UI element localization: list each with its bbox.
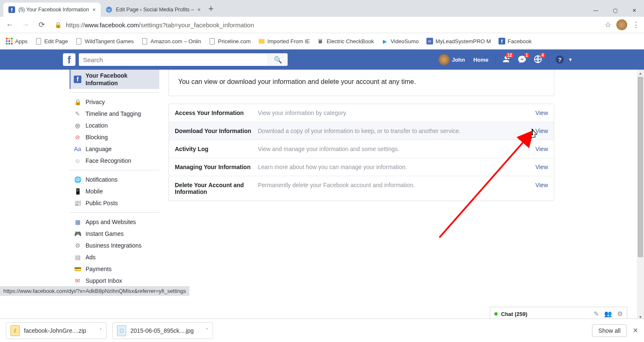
- fb-favicon: f: [8, 6, 15, 13]
- fb-search-box: 🔍: [79, 53, 288, 66]
- sidebar-item-label: Timeline and Tagging: [86, 110, 141, 117]
- info-row-managing-your-information[interactable]: Managing Your InformationLearn more abou…: [169, 158, 554, 176]
- tab-close-icon[interactable]: ×: [197, 6, 201, 13]
- chevron-up-icon[interactable]: ˄: [206, 328, 208, 334]
- status-bar-url: https://www.facebook.com/dyi/?x=AdkB8pNz…: [0, 286, 190, 296]
- window-controls: ― ▢ ✕: [586, 4, 644, 17]
- info-row-delete-your-account-and-information[interactable]: Delete Your Account and InformationPerma…: [169, 176, 554, 201]
- info-row-view-link[interactable]: View: [535, 146, 548, 152]
- sidebar-item-label: Payments: [86, 266, 112, 272]
- doc-icon: [142, 38, 147, 44]
- bookmark-item[interactable]: Priceline.com: [209, 38, 251, 44]
- nav-reload-icon[interactable]: ⟳: [34, 18, 49, 32]
- scrollbar-track[interactable]: ▲ ▼: [637, 70, 644, 321]
- close-shelf-icon[interactable]: ✕: [633, 326, 638, 334]
- browser-menu-icon[interactable]: ⋮: [632, 20, 640, 29]
- apps-grid-icon: [6, 38, 13, 44]
- sidebar-item-blocking[interactable]: ⊘Blocking: [70, 131, 159, 143]
- sidebar-item-payments[interactable]: 💳Payments: [70, 263, 159, 275]
- nav-back-icon[interactable]: ←: [3, 18, 17, 32]
- show-all-downloads-button[interactable]: Show all: [592, 324, 627, 337]
- bookmark-item[interactable]: WildTangent Games: [75, 38, 134, 44]
- bookmark-item[interactable]: Amazon.com – Onlin: [141, 38, 201, 44]
- info-row-view-link[interactable]: View: [535, 182, 548, 195]
- sidebar-item-privacy[interactable]: 🔒Privacy: [70, 96, 159, 108]
- fb-profile-link[interactable]: John: [434, 50, 469, 70]
- info-row-view-link[interactable]: View: [535, 110, 548, 116]
- window-minimize-icon[interactable]: ―: [586, 4, 605, 17]
- sidebar-item-label: Mobile: [86, 188, 103, 195]
- download-item[interactable]: ▢ 2015-06-05_895ck....jpg ˄: [112, 322, 213, 339]
- window-close-icon[interactable]: ✕: [625, 4, 644, 17]
- sidebar-item-your-facebook-information[interactable]: f Your Facebook Information: [70, 70, 159, 89]
- play-icon: ▶: [382, 38, 388, 44]
- fb-home-link[interactable]: Home: [469, 50, 493, 70]
- zip-file-icon: Z: [10, 325, 20, 336]
- bookmark-item[interactable]: MMyLeadSystemPRO M: [426, 38, 491, 44]
- fb-help-button[interactable]: ?: [556, 55, 564, 64]
- url-field[interactable]: 🔒 https://www.facebook.com/settings?tab=…: [50, 18, 603, 31]
- sidebar-item-location[interactable]: ◎Location: [70, 120, 159, 131]
- tab-title: Edit Page ‹ Social Media Profits –: [116, 7, 194, 13]
- tab-close-icon[interactable]: ×: [92, 6, 96, 13]
- info-row-download-your-information[interactable]: Download Your InformationDownload a copy…: [169, 122, 554, 140]
- bookmark-apps[interactable]: Apps: [6, 38, 28, 44]
- browser-profile-avatar[interactable]: [616, 19, 627, 30]
- bookmark-item[interactable]: Imported From IE: [258, 38, 310, 44]
- fb-friends-button[interactable]: 12: [498, 55, 514, 65]
- compose-icon[interactable]: ✎: [594, 310, 599, 318]
- sidebar-item-ads[interactable]: ▤Ads: [70, 251, 159, 263]
- fb-search-button[interactable]: 🔍: [267, 54, 288, 65]
- download-item[interactable]: Z facebook-JohnGre....zip ˄: [6, 322, 106, 339]
- scrollbar-thumb[interactable]: [638, 77, 643, 257]
- sidebar-separator: [70, 212, 159, 213]
- sidebar-item-apps-and-websites[interactable]: ▦Apps and Websites: [70, 216, 159, 228]
- fb-account-dropdown-icon[interactable]: ▼: [568, 57, 573, 62]
- fb-search-input[interactable]: [79, 56, 267, 63]
- sb-icon: ▦: [74, 218, 81, 226]
- fb-notifications-button[interactable]: 4: [530, 55, 546, 65]
- bookmark-star-icon[interactable]: ☆: [605, 20, 611, 29]
- info-row-view-link[interactable]: View: [535, 164, 548, 170]
- new-tab-button[interactable]: +: [208, 3, 214, 14]
- info-row-activity-log[interactable]: Activity LogView and manage your informa…: [169, 140, 554, 158]
- fb-logo-icon[interactable]: f: [63, 53, 75, 66]
- bookmark-item[interactable]: Edit Page: [35, 38, 68, 44]
- bookmark-item[interactable]: 🖩Electric CheckBook: [317, 38, 374, 44]
- sidebar-item-support-inbox[interactable]: ✉Support Inbox: [70, 275, 159, 287]
- nav-forward-icon[interactable]: →: [18, 18, 33, 32]
- people-icon[interactable]: 👥: [604, 310, 612, 318]
- folder-icon: [259, 39, 265, 44]
- sidebar-item-label: Location: [86, 122, 108, 129]
- info-row-title: Managing Your Information: [175, 164, 258, 170]
- sb-icon: ✉: [74, 277, 81, 285]
- sb-icon: ◎: [74, 122, 81, 129]
- sidebar-item-public-posts[interactable]: 📰Public Posts: [70, 197, 159, 209]
- online-dot-icon: [494, 312, 498, 316]
- sidebar-item-instant-games[interactable]: 🎮Instant Games: [70, 228, 159, 240]
- friends-badge: 12: [506, 53, 513, 58]
- sidebar-item-label: Support Inbox: [86, 277, 122, 284]
- sidebar-item-face-recognition[interactable]: ☺Face Recognition: [70, 155, 159, 167]
- info-row-access-your-information[interactable]: Access Your InformationView your informa…: [169, 104, 554, 122]
- sidebar-item-timeline-and-tagging[interactable]: ✎Timeline and Tagging: [70, 108, 159, 120]
- browser-tab[interactable]: W Edit Page ‹ Social Media Profits – ×: [101, 3, 205, 17]
- calc-icon: 🖩: [317, 38, 324, 44]
- browser-tab-active[interactable]: f (5) Your Facebook Information ×: [3, 3, 101, 17]
- sb-icon: 🎮: [74, 230, 81, 238]
- bookmark-item[interactable]: ▶VideoSumo: [382, 38, 419, 44]
- sidebar-item-mobile[interactable]: 📱Mobile: [70, 185, 159, 197]
- window-maximize-icon[interactable]: ▢: [605, 4, 625, 17]
- sidebar-item-label: Notifications: [86, 176, 117, 183]
- sidebar-item-notifications[interactable]: 🌐Notifications: [70, 174, 159, 185]
- bookmarks-bar: Apps Edit Page WildTangent Games Amazon.…: [0, 33, 644, 50]
- scroll-up-icon[interactable]: ▲: [637, 70, 644, 77]
- bookmark-item[interactable]: fFacebook: [499, 38, 532, 44]
- gear-icon[interactable]: ⚙: [617, 310, 623, 318]
- fb-messages-button[interactable]: 1: [514, 55, 530, 65]
- chevron-up-icon[interactable]: ˄: [99, 328, 102, 334]
- sidebar-item-business-integrations[interactable]: ⚙Business Integrations: [70, 240, 159, 251]
- sidebar-item-label: Public Posts: [86, 200, 118, 206]
- sidebar-item-language[interactable]: AaLanguage: [70, 143, 159, 155]
- info-row-view-link[interactable]: View: [535, 128, 548, 134]
